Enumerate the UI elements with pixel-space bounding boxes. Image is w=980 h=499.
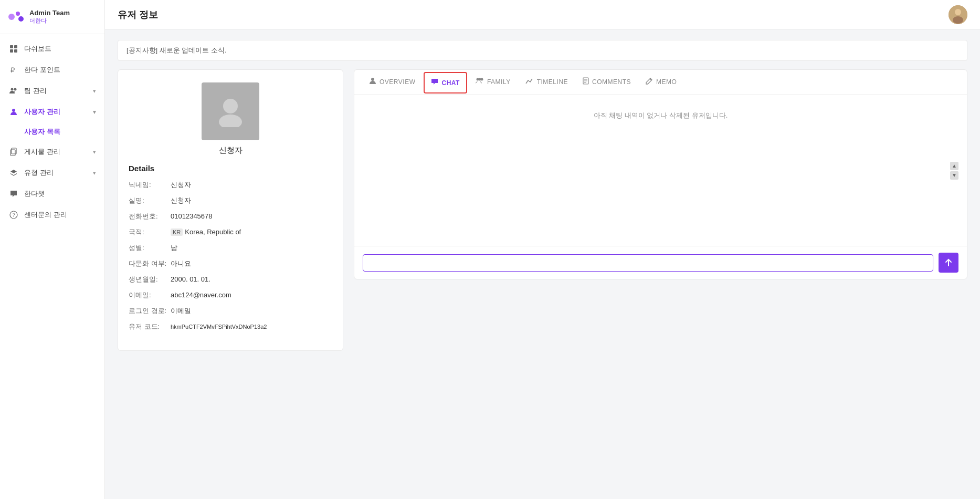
scroll-down-button[interactable]: ▼ — [950, 171, 958, 180]
person-icon — [369, 77, 376, 86]
detail-value-multicultural: 아니요 — [171, 259, 191, 268]
user-name-label: 신청자 — [219, 145, 243, 155]
sidebar-item-handa-point[interactable]: ₽ 한다 포인트 — [0, 59, 104, 80]
help-icon: ? — [8, 210, 19, 220]
svg-point-8 — [11, 88, 14, 91]
detail-label-multicultural: 다문화 여부: — [129, 259, 171, 268]
sidebar-item-team-manage[interactable]: 팀 관리 ▾ — [0, 80, 104, 101]
chat-empty-message: 아직 채팅 내역이 없거나 삭제된 유저입니다. — [594, 106, 728, 120]
grid-icon — [8, 44, 19, 54]
tabs-bar: OVERVIEW CHAT FAMILY — [354, 70, 967, 95]
user-avatar-img — [202, 82, 259, 140]
sidebar-item-center-manage[interactable]: ? 센터문의 관리 — [0, 204, 104, 225]
document-icon — [583, 77, 589, 86]
detail-label-nickname: 닉네임: — [129, 180, 171, 190]
svg-point-18 — [223, 99, 238, 113]
svg-point-1 — [16, 12, 20, 16]
sidebar-brand: Admin Team 더한다 — [29, 9, 70, 25]
group-icon — [476, 77, 484, 86]
detail-value-realname: 신청자 — [171, 196, 191, 205]
tab-chat[interactable]: CHAT — [424, 72, 467, 93]
svg-rect-12 — [10, 150, 15, 155]
svg-point-23 — [478, 78, 481, 81]
brand-title: Admin Team — [29, 9, 70, 17]
detail-label-phone: 전화번호: — [129, 212, 171, 221]
topbar: 유저 정보 — [105, 0, 980, 29]
layers-icon — [8, 168, 19, 178]
notice-bar: [공지사항] 새로운 업데이트 소식. — [118, 40, 967, 61]
svg-point-9 — [14, 88, 17, 91]
copy-icon — [8, 147, 19, 157]
sidebar-item-type-manage[interactable]: 유형 관리 ▾ — [0, 162, 104, 183]
nationality-flag: KR — [171, 228, 183, 236]
main-area: 유저 정보 [공지사항] 새로운 업데이트 소식. — [105, 0, 980, 499]
svg-rect-11 — [12, 148, 16, 154]
detail-label-user-code: 유저 코드: — [129, 322, 171, 331]
detail-value-gender: 남 — [171, 243, 177, 253]
avatar[interactable] — [949, 5, 967, 24]
chat-send-button[interactable] — [939, 253, 958, 273]
detail-row: 생년월일: 2000. 01. 01. — [129, 275, 332, 284]
sidebar-item-handa-chat[interactable]: 한다챗 — [0, 183, 104, 204]
sidebar-item-dashboard[interactable]: 다쉬보드 — [0, 38, 104, 59]
tab-label-family: FAMILY — [487, 78, 511, 86]
sidebar-label-dashboard: 다쉬보드 — [24, 44, 51, 54]
detail-label-nationality: 국적: — [129, 227, 171, 237]
svg-text:?: ? — [13, 212, 15, 218]
chat-input[interactable] — [363, 254, 933, 272]
detail-value-email: abc124@naver.com — [171, 291, 231, 299]
detail-value-login-path: 이메일 — [171, 306, 191, 316]
sidebar-label-user-manage: 사용자 관리 — [24, 107, 60, 117]
detail-row: 국적: KR Korea, Republic of — [129, 227, 332, 237]
tab-memo[interactable]: MEMO — [639, 70, 683, 95]
sidebar-logo — [7, 8, 24, 25]
currency-icon: ₽ — [8, 65, 19, 75]
sidebar-item-user-list[interactable]: 사용자 목록 — [0, 122, 104, 141]
chat-icon — [8, 189, 19, 199]
detail-label-realname: 실명: — [129, 196, 171, 205]
chat-scroll-controls: ▲ ▼ — [950, 162, 958, 180]
detail-row: 유저 코드: hkmPuCTF2VMvFSPihtVxDNoP13a2 — [129, 322, 332, 331]
chevron-down-icon: ▾ — [93, 149, 96, 155]
tab-comments[interactable]: COMMENTS — [576, 70, 637, 95]
chat-bubble-icon — [431, 78, 438, 87]
tab-overview[interactable]: OVERVIEW — [363, 70, 421, 95]
tab-label-overview: OVERVIEW — [380, 78, 415, 86]
sidebar-label-handa-point: 한다 포인트 — [24, 65, 60, 75]
sidebar-item-user-manage[interactable]: 사용자 관리 ▾ — [0, 101, 104, 122]
scroll-up-button[interactable]: ▲ — [950, 162, 958, 170]
detail-row: 로그인 경로: 이메일 — [129, 306, 332, 316]
chevron-up-icon: ▾ — [93, 109, 96, 116]
sidebar-label-post-manage: 게시물 관리 — [24, 147, 60, 157]
tab-label-memo: MEMO — [656, 78, 677, 86]
user-card: 신청자 Details 닉네임: 신청자 실명: 신청자 전화번호: 01012… — [118, 69, 343, 351]
user-avatar-section: 신청자 — [129, 82, 332, 155]
notice-text: [공지사항] 새로운 업데이트 소식. — [127, 46, 227, 54]
tab-family[interactable]: FAMILY — [469, 70, 517, 95]
sidebar-item-post-manage[interactable]: 게시물 관리 ▾ — [0, 141, 104, 162]
detail-row: 실명: 신청자 — [129, 196, 332, 205]
svg-rect-4 — [14, 45, 17, 48]
svg-point-0 — [8, 14, 15, 20]
detail-value-phone: 01012345678 — [171, 212, 213, 220]
sidebar-header: Admin Team 더한다 — [0, 0, 104, 34]
page-title: 유저 정보 — [118, 8, 158, 21]
chat-panel: 아직 채팅 내역이 없거나 삭제된 유저입니다. ▲ ▼ — [354, 95, 967, 279]
svg-rect-6 — [14, 49, 17, 53]
detail-row: 닉네임: 신청자 — [129, 180, 332, 190]
detail-label-gender: 성별: — [129, 243, 171, 253]
right-panel: OVERVIEW CHAT FAMILY — [354, 69, 967, 279]
detail-value-birthdate: 2000. 01. 01. — [171, 275, 210, 283]
content-area: [공지사항] 새로운 업데이트 소식. 신청자 Details 닉네임: — [105, 29, 980, 499]
tab-timeline[interactable]: TIMELINE — [519, 70, 574, 95]
svg-point-2 — [18, 16, 24, 22]
svg-text:₽: ₽ — [10, 66, 15, 74]
svg-rect-3 — [10, 45, 13, 48]
detail-label-email: 이메일: — [129, 290, 171, 300]
sidebar-label-user-list: 사용자 목록 — [24, 127, 60, 137]
user-icon — [8, 107, 19, 117]
tab-label-timeline: TIMELINE — [537, 78, 568, 86]
sidebar-label-center-manage: 센터문의 관리 — [24, 210, 67, 220]
svg-point-17 — [953, 16, 963, 24]
brand-subtitle: 더한다 — [29, 17, 70, 25]
